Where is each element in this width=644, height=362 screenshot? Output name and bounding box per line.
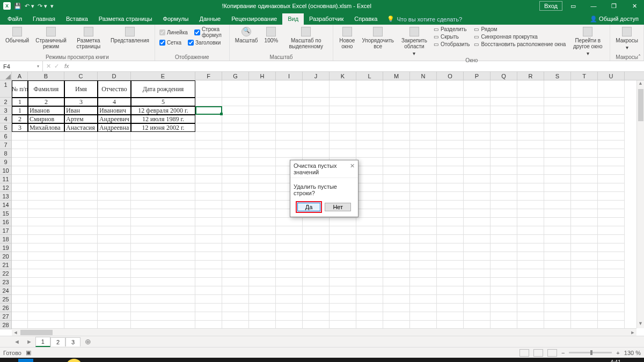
cell[interactable]: [491, 123, 517, 132]
column-header[interactable]: Q: [491, 72, 517, 80]
cell[interactable]: [249, 141, 276, 149]
row-header[interactable]: 3: [0, 106, 11, 115]
cell[interactable]: [464, 132, 491, 141]
cell[interactable]: [437, 98, 464, 106]
cell[interactable]: [571, 218, 598, 226]
cell[interactable]: [464, 115, 491, 123]
cell[interactable]: [131, 252, 195, 261]
cell[interactable]: [28, 252, 64, 261]
cell[interactable]: [517, 158, 544, 166]
cell[interactable]: [598, 98, 625, 106]
cell[interactable]: [517, 166, 544, 175]
cell[interactable]: 3: [64, 98, 98, 106]
cell[interactable]: [517, 261, 544, 269]
cell[interactable]: [437, 269, 464, 278]
cell[interactable]: [517, 209, 544, 218]
cell[interactable]: [517, 192, 544, 201]
cell[interactable]: [598, 286, 625, 295]
cell[interactable]: [330, 141, 356, 149]
cell[interactable]: [544, 149, 571, 158]
cell[interactable]: [249, 98, 276, 106]
cell[interactable]: [491, 141, 517, 149]
cell[interactable]: [28, 175, 64, 183]
cell[interactable]: [131, 201, 195, 209]
cell[interactable]: [437, 141, 464, 149]
cell[interactable]: [330, 312, 356, 321]
cell[interactable]: [12, 192, 28, 201]
cell[interactable]: [303, 115, 330, 123]
cell[interactable]: [249, 166, 276, 175]
cell[interactable]: [64, 183, 98, 192]
cell[interactable]: [571, 141, 598, 149]
cell[interactable]: 12 июля 1989 г.: [131, 115, 195, 123]
cell[interactable]: [64, 201, 98, 209]
cell[interactable]: [544, 269, 571, 278]
cell[interactable]: [131, 235, 195, 243]
cell[interactable]: [276, 80, 303, 98]
task-app-icon[interactable]: 🎨: [99, 359, 114, 362]
row-header[interactable]: 11: [0, 175, 11, 183]
cell[interactable]: [28, 166, 64, 175]
normal-view-icon[interactable]: [519, 349, 529, 357]
cell[interactable]: [383, 278, 410, 286]
cell[interactable]: [249, 252, 276, 261]
cell[interactable]: [571, 149, 598, 158]
cell[interactable]: [12, 218, 28, 226]
cell[interactable]: [571, 209, 598, 218]
cell[interactable]: 2: [28, 98, 64, 106]
cell[interactable]: [464, 304, 491, 312]
cell[interactable]: [437, 166, 464, 175]
cell[interactable]: [517, 141, 544, 149]
cell[interactable]: [195, 226, 222, 235]
cell[interactable]: [131, 132, 195, 141]
cell[interactable]: [276, 269, 303, 278]
cell[interactable]: [222, 183, 249, 192]
cell[interactable]: [28, 243, 64, 252]
cell[interactable]: [12, 252, 28, 261]
cell[interactable]: [356, 115, 383, 123]
cell[interactable]: [383, 261, 410, 269]
cell[interactable]: [544, 158, 571, 166]
cell[interactable]: [98, 209, 131, 218]
cell[interactable]: [276, 235, 303, 243]
cell[interactable]: [131, 218, 195, 226]
cell[interactable]: [330, 226, 356, 235]
cell[interactable]: [12, 304, 28, 312]
cell[interactable]: [98, 166, 131, 175]
sheet-tab[interactable]: 1: [35, 337, 50, 347]
cell[interactable]: [544, 218, 571, 226]
cell[interactable]: [28, 261, 64, 269]
row-header[interactable]: 5: [0, 123, 11, 132]
cell[interactable]: [598, 218, 625, 226]
cell[interactable]: [330, 252, 356, 261]
cell[interactable]: [222, 226, 249, 235]
cell[interactable]: [222, 149, 249, 158]
column-header[interactable]: L: [356, 72, 383, 80]
cell[interactable]: [464, 166, 491, 175]
fx-icon[interactable]: fx: [62, 63, 71, 70]
row-header[interactable]: 20: [0, 252, 11, 261]
cell[interactable]: [464, 278, 491, 286]
sheet-tab[interactable]: 2: [50, 337, 65, 346]
cell[interactable]: [330, 278, 356, 286]
cell[interactable]: [598, 166, 625, 175]
cell[interactable]: [12, 175, 28, 183]
cell[interactable]: [383, 132, 410, 141]
cell[interactable]: [12, 209, 28, 218]
cell[interactable]: [303, 286, 330, 295]
cell[interactable]: [28, 209, 64, 218]
cell[interactable]: [12, 226, 28, 235]
row-header[interactable]: 4: [0, 115, 11, 123]
switch-window-button[interactable]: Перейти в другое окно ▾: [569, 26, 606, 57]
cell[interactable]: [464, 149, 491, 158]
save-icon[interactable]: 💾: [14, 3, 21, 10]
cell[interactable]: [491, 166, 517, 175]
cell[interactable]: [383, 269, 410, 278]
cell[interactable]: [64, 286, 98, 295]
cell[interactable]: [517, 304, 544, 312]
cell[interactable]: [222, 98, 249, 106]
cell[interactable]: [276, 304, 303, 312]
zoom-button[interactable]: 🔍Масштаб: [233, 26, 260, 45]
cell[interactable]: [410, 243, 437, 252]
cell[interactable]: [330, 218, 356, 226]
